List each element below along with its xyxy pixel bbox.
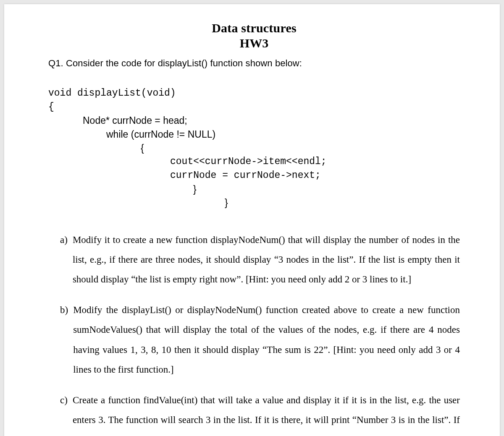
question-marker: c)	[48, 390, 73, 436]
question-marker: b)	[48, 300, 73, 379]
question-text: Create a function findValue(int) that wi…	[73, 390, 460, 436]
document-page: Data structures HW3 Q1. Consider the cod…	[4, 4, 500, 436]
code-line: cout<<currNode->item<<endl;	[170, 155, 460, 169]
code-block: void displayList(void) { Node* currNode …	[48, 86, 460, 210]
question-text: Modify it to create a new function displ…	[73, 230, 460, 289]
code-line: {	[141, 141, 460, 155]
code-line: }	[225, 196, 460, 210]
code-line: {	[48, 100, 460, 114]
code-line: currNode = currNode->next;	[170, 169, 460, 183]
code-line: Node* currNode = head;	[83, 114, 460, 128]
code-line: }	[193, 183, 460, 196]
question-item-c: c) Create a function findValue(int) that…	[48, 390, 460, 436]
question-intro: Q1. Consider the code for displayList() …	[48, 58, 460, 69]
document-title: Data structures	[48, 21, 460, 35]
code-line: while (currNode != NULL)	[106, 128, 460, 141]
question-item-b: b) Modify the displayList() or displayNo…	[48, 300, 460, 379]
question-marker: a)	[48, 230, 73, 289]
question-item-a: a) Modify it to create a new function di…	[48, 230, 460, 289]
question-list: a) Modify it to create a new function di…	[48, 230, 460, 436]
question-text: Modify the displayList() or displayNodeN…	[73, 300, 460, 379]
document-subtitle: HW3	[48, 36, 460, 50]
code-line: void displayList(void)	[48, 86, 460, 100]
